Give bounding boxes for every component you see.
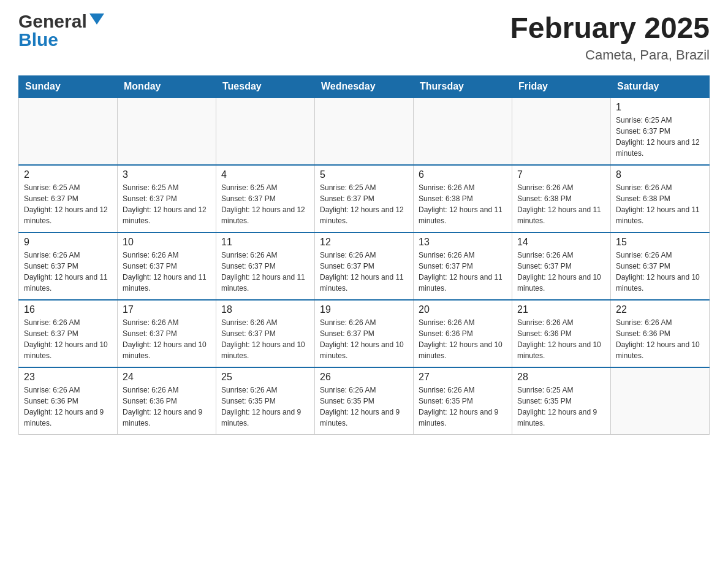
calendar-day-cell: 25Sunrise: 6:26 AM Sunset: 6:35 PM Dayli… [216,367,315,435]
day-info: Sunrise: 6:26 AM Sunset: 6:35 PM Dayligh… [419,385,507,429]
calendar-day-cell [611,367,710,435]
day-of-week-header: Wednesday [315,75,414,98]
calendar-day-cell: 28Sunrise: 6:25 AM Sunset: 6:35 PM Dayli… [512,367,611,435]
day-info: Sunrise: 6:26 AM Sunset: 6:38 PM Dayligh… [517,182,605,226]
day-number: 8 [616,169,704,180]
day-number: 24 [123,372,211,383]
location-subtitle: Cameta, Para, Brazil [510,47,710,63]
day-of-week-header: Monday [118,75,216,98]
calendar-day-cell: 8Sunrise: 6:26 AM Sunset: 6:38 PM Daylig… [611,165,710,232]
calendar-table: SundayMondayTuesdayWednesdayThursdayFrid… [18,75,710,435]
calendar-day-cell: 19Sunrise: 6:26 AM Sunset: 6:37 PM Dayli… [315,300,414,367]
day-number: 25 [221,372,309,383]
day-of-week-header: Saturday [611,75,710,98]
day-number: 14 [517,237,605,248]
day-number: 2 [24,169,112,180]
calendar-day-cell: 5Sunrise: 6:25 AM Sunset: 6:37 PM Daylig… [315,165,414,232]
calendar-week-row: 16Sunrise: 6:26 AM Sunset: 6:37 PM Dayli… [19,300,710,367]
day-number: 23 [24,372,112,383]
day-info: Sunrise: 6:26 AM Sunset: 6:37 PM Dayligh… [24,250,112,294]
calendar-day-cell [512,98,611,165]
calendar-day-cell: 23Sunrise: 6:26 AM Sunset: 6:36 PM Dayli… [19,367,118,435]
day-info: Sunrise: 6:25 AM Sunset: 6:35 PM Dayligh… [517,385,605,429]
day-number: 10 [123,237,211,248]
day-info: Sunrise: 6:26 AM Sunset: 6:38 PM Dayligh… [616,182,704,226]
calendar-day-cell: 12Sunrise: 6:26 AM Sunset: 6:37 PM Dayli… [315,232,414,300]
day-of-week-header: Thursday [414,75,512,98]
day-number: 19 [320,304,408,315]
day-info: Sunrise: 6:25 AM Sunset: 6:37 PM Dayligh… [221,182,309,226]
calendar-day-cell [315,98,414,165]
day-info: Sunrise: 6:26 AM Sunset: 6:37 PM Dayligh… [517,250,605,294]
day-info: Sunrise: 6:26 AM Sunset: 6:38 PM Dayligh… [419,182,507,226]
calendar-day-cell [216,98,315,165]
day-info: Sunrise: 6:26 AM Sunset: 6:36 PM Dayligh… [517,317,605,361]
logo-blue: Blue [18,29,58,50]
day-number: 18 [221,304,309,315]
day-number: 22 [616,304,704,315]
calendar-day-cell: 9Sunrise: 6:26 AM Sunset: 6:37 PM Daylig… [19,232,118,300]
day-info: Sunrise: 6:26 AM Sunset: 6:36 PM Dayligh… [419,317,507,361]
day-number: 5 [320,169,408,180]
day-number: 17 [123,304,211,315]
logo-triangle-icon [89,13,104,25]
day-info: Sunrise: 6:26 AM Sunset: 6:36 PM Dayligh… [24,385,112,429]
calendar-week-row: 1Sunrise: 6:25 AM Sunset: 6:37 PM Daylig… [19,98,710,165]
calendar-day-cell: 22Sunrise: 6:26 AM Sunset: 6:36 PM Dayli… [611,300,710,367]
day-number: 15 [616,237,704,248]
calendar-day-cell: 7Sunrise: 6:26 AM Sunset: 6:38 PM Daylig… [512,165,611,232]
day-info: Sunrise: 6:26 AM Sunset: 6:36 PM Dayligh… [616,317,704,361]
calendar-day-cell: 10Sunrise: 6:26 AM Sunset: 6:37 PM Dayli… [118,232,216,300]
calendar-day-cell [19,98,118,165]
calendar-day-cell: 6Sunrise: 6:26 AM Sunset: 6:38 PM Daylig… [414,165,512,232]
day-info: Sunrise: 6:25 AM Sunset: 6:37 PM Dayligh… [616,115,704,159]
day-number: 3 [123,169,211,180]
calendar-day-cell: 17Sunrise: 6:26 AM Sunset: 6:37 PM Dayli… [118,300,216,367]
calendar-day-cell: 20Sunrise: 6:26 AM Sunset: 6:36 PM Dayli… [414,300,512,367]
month-year-title: February 2025 [510,12,710,45]
day-number: 4 [221,169,309,180]
calendar-week-row: 23Sunrise: 6:26 AM Sunset: 6:36 PM Dayli… [19,367,710,435]
day-info: Sunrise: 6:26 AM Sunset: 6:37 PM Dayligh… [419,250,507,294]
calendar-day-cell: 11Sunrise: 6:26 AM Sunset: 6:37 PM Dayli… [216,232,315,300]
day-number: 7 [517,169,605,180]
calendar-day-cell [414,98,512,165]
day-info: Sunrise: 6:25 AM Sunset: 6:37 PM Dayligh… [24,182,112,226]
calendar-week-row: 2Sunrise: 6:25 AM Sunset: 6:37 PM Daylig… [19,165,710,232]
day-number: 11 [221,237,309,248]
calendar-day-cell: 26Sunrise: 6:26 AM Sunset: 6:35 PM Dayli… [315,367,414,435]
calendar-day-cell: 13Sunrise: 6:26 AM Sunset: 6:37 PM Dayli… [414,232,512,300]
day-number: 6 [419,169,507,180]
calendar-week-row: 9Sunrise: 6:26 AM Sunset: 6:37 PM Daylig… [19,232,710,300]
day-number: 21 [517,304,605,315]
calendar-day-cell: 14Sunrise: 6:26 AM Sunset: 6:37 PM Dayli… [512,232,611,300]
day-number: 13 [419,237,507,248]
day-info: Sunrise: 6:25 AM Sunset: 6:37 PM Dayligh… [123,182,211,226]
day-info: Sunrise: 6:26 AM Sunset: 6:35 PM Dayligh… [221,385,309,429]
day-number: 16 [24,304,112,315]
calendar-day-cell: 16Sunrise: 6:26 AM Sunset: 6:37 PM Dayli… [19,300,118,367]
calendar-day-cell: 27Sunrise: 6:26 AM Sunset: 6:35 PM Dayli… [414,367,512,435]
day-number: 27 [419,372,507,383]
day-number: 1 [616,102,704,113]
calendar-day-cell: 15Sunrise: 6:26 AM Sunset: 6:37 PM Dayli… [611,232,710,300]
calendar-day-cell [118,98,216,165]
day-info: Sunrise: 6:26 AM Sunset: 6:36 PM Dayligh… [123,385,211,429]
calendar-day-cell: 3Sunrise: 6:25 AM Sunset: 6:37 PM Daylig… [118,165,216,232]
day-number: 28 [517,372,605,383]
day-of-week-header: Sunday [19,75,118,98]
day-info: Sunrise: 6:26 AM Sunset: 6:37 PM Dayligh… [123,250,211,294]
calendar-day-cell: 2Sunrise: 6:25 AM Sunset: 6:37 PM Daylig… [19,165,118,232]
day-number: 26 [320,372,408,383]
day-info: Sunrise: 6:26 AM Sunset: 6:37 PM Dayligh… [616,250,704,294]
day-info: Sunrise: 6:26 AM Sunset: 6:37 PM Dayligh… [320,250,408,294]
calendar-day-cell: 21Sunrise: 6:26 AM Sunset: 6:36 PM Dayli… [512,300,611,367]
day-of-week-header: Friday [512,75,611,98]
day-info: Sunrise: 6:26 AM Sunset: 6:37 PM Dayligh… [123,317,211,361]
calendar-header-row: SundayMondayTuesdayWednesdayThursdayFrid… [19,75,710,98]
calendar-day-cell: 4Sunrise: 6:25 AM Sunset: 6:37 PM Daylig… [216,165,315,232]
day-info: Sunrise: 6:26 AM Sunset: 6:37 PM Dayligh… [221,250,309,294]
logo-general: General [18,12,87,31]
day-info: Sunrise: 6:26 AM Sunset: 6:37 PM Dayligh… [320,317,408,361]
day-number: 9 [24,237,112,248]
